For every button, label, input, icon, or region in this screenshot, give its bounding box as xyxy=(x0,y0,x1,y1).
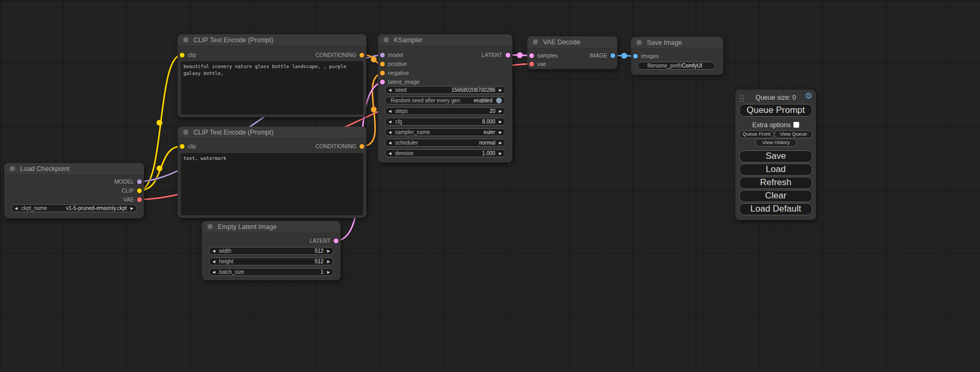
clear-button[interactable]: Clear xyxy=(739,190,812,202)
collapse-dot[interactable] xyxy=(207,224,213,230)
sampler-name-widget[interactable]: ◀ sampler_name euler ▶ xyxy=(385,128,506,136)
decrement-arrow-icon[interactable]: ◀ xyxy=(212,257,215,265)
widget-label: denoise xyxy=(395,150,482,156)
samples-input-port[interactable] xyxy=(529,53,534,58)
decrement-arrow-icon[interactable]: ◀ xyxy=(389,107,391,115)
node-ksampler[interactable]: KSampler model LATENT positive negative … xyxy=(378,34,512,163)
node-title: KSampler xyxy=(394,36,423,44)
model-input-port[interactable] xyxy=(380,53,385,58)
positive-input-port[interactable] xyxy=(380,62,385,66)
random-seed-toggle-widget[interactable]: Random seed after every gen enabled xyxy=(385,97,506,104)
denoise-widget[interactable]: ◀ denoise 1.000 ▶ xyxy=(385,149,506,157)
ckpt-name-widget[interactable]: ◀ ckpt_name v1-5-pruned-emaonly.ckpt ▶ xyxy=(11,204,137,212)
input-label: latent_image xyxy=(388,78,420,85)
increment-arrow-icon[interactable]: ▶ xyxy=(327,257,330,265)
collapse-dot[interactable] xyxy=(532,39,538,45)
images-input-port[interactable] xyxy=(633,54,638,59)
decrement-arrow-icon[interactable]: ◀ xyxy=(389,139,391,147)
node-vae-decode[interactable]: VAE Decode samples IMAGE vae xyxy=(527,36,617,69)
load-default-button[interactable]: Load Default xyxy=(739,203,812,215)
save-button[interactable]: Save xyxy=(739,150,812,163)
link-dot xyxy=(371,56,377,62)
decrement-arrow-icon[interactable]: ◀ xyxy=(389,86,391,94)
collapse-dot[interactable] xyxy=(9,166,15,171)
positive-prompt-textarea[interactable]: beautiful scenery nature glass bottle la… xyxy=(181,61,363,115)
decrement-arrow-icon[interactable]: ◀ xyxy=(212,247,215,255)
output-label: LATENT xyxy=(482,51,502,59)
vae-output-port[interactable] xyxy=(137,197,142,202)
link-dot xyxy=(157,166,162,171)
collapse-dot[interactable] xyxy=(183,37,189,43)
model-output-port[interactable] xyxy=(137,179,142,184)
node-title: Load Checkpoint xyxy=(20,165,70,173)
increment-arrow-icon[interactable]: ▶ xyxy=(327,268,330,276)
width-widget[interactable]: ◀ width 512 ▶ xyxy=(209,247,334,255)
queue-panel[interactable]: Queue size: 0 ⚙ Queue Prompt Extra optio… xyxy=(735,90,816,220)
decrement-arrow-icon[interactable]: ◀ xyxy=(15,204,17,212)
latent-output-port[interactable] xyxy=(506,53,510,58)
collapse-dot[interactable] xyxy=(183,129,189,135)
increment-arrow-icon[interactable]: ▶ xyxy=(327,247,330,255)
widget-value: 512 xyxy=(315,259,324,264)
clip-input-port[interactable] xyxy=(180,53,185,58)
widget-value: 512 xyxy=(315,248,324,254)
widget-label: seed xyxy=(395,87,451,93)
batch-size-widget[interactable]: ◀ batch_size 1 ▶ xyxy=(209,268,334,276)
widget-value: 8.000 xyxy=(482,119,496,125)
increment-arrow-icon[interactable]: ▶ xyxy=(499,149,502,157)
scheduler-widget[interactable]: ◀ scheduler normal ▶ xyxy=(385,139,506,147)
node-clip-text-encode-positive[interactable]: CLIP Text Encode (Prompt) clip CONDITION… xyxy=(178,34,366,117)
view-history-button[interactable]: View History xyxy=(755,139,797,147)
increment-arrow-icon[interactable]: ▶ xyxy=(499,86,502,94)
vae-input-port[interactable] xyxy=(529,62,534,66)
increment-arrow-icon[interactable]: ▶ xyxy=(499,128,502,136)
widget-label: width xyxy=(219,248,315,254)
input-label: negative xyxy=(388,69,409,77)
conditioning-output-port[interactable] xyxy=(360,53,364,58)
extra-options-checkbox[interactable] xyxy=(793,122,799,128)
decrement-arrow-icon[interactable]: ◀ xyxy=(389,149,391,157)
increment-arrow-icon[interactable]: ▶ xyxy=(499,107,502,115)
node-load-checkpoint[interactable]: Load Checkpoint MODEL CLIP VAE ◀ ckpt_na… xyxy=(4,163,144,218)
output-label: LATENT xyxy=(310,237,331,244)
negative-prompt-textarea[interactable]: text, watermark xyxy=(181,153,363,215)
widget-label: sampler_name xyxy=(395,129,483,135)
refresh-button[interactable]: Refresh xyxy=(739,177,812,189)
latent-image-input-port[interactable] xyxy=(380,80,385,84)
increment-arrow-icon[interactable]: ▶ xyxy=(499,139,502,147)
decrement-arrow-icon[interactable]: ◀ xyxy=(389,128,391,136)
clip-output-port[interactable] xyxy=(137,188,142,193)
node-graph-canvas[interactable]: Load Checkpoint MODEL CLIP VAE ◀ ckpt_na… xyxy=(0,0,980,372)
node-save-image[interactable]: Save Image images filename_prefix ComfyU… xyxy=(631,37,723,75)
decrement-arrow-icon[interactable]: ◀ xyxy=(389,118,391,126)
latent-output-port[interactable] xyxy=(334,239,338,243)
node-clip-text-encode-negative[interactable]: CLIP Text Encode (Prompt) clip CONDITION… xyxy=(178,127,366,218)
settings-gear-icon[interactable]: ⚙ xyxy=(805,91,812,101)
steps-widget[interactable]: ◀ steps 20 ▶ xyxy=(385,107,506,115)
widget-value: 1 xyxy=(321,269,324,275)
image-output-port[interactable] xyxy=(610,53,615,58)
increment-arrow-icon[interactable]: ▶ xyxy=(499,118,502,126)
node-title: Empty Latent Image xyxy=(218,223,277,231)
queue-prompt-button[interactable]: Queue Prompt xyxy=(739,104,812,117)
height-widget[interactable]: ◀ height 512 ▶ xyxy=(209,257,334,265)
load-button[interactable]: Load xyxy=(739,164,812,176)
toggle-circle-icon[interactable] xyxy=(496,98,502,103)
node-title: CLIP Text Encode (Prompt) xyxy=(193,129,274,136)
link-dot xyxy=(157,120,162,126)
collapse-dot[interactable] xyxy=(636,40,642,45)
node-empty-latent-image[interactable]: Empty Latent Image LATENT ◀ width 512 ▶ … xyxy=(202,221,341,280)
negative-input-port[interactable] xyxy=(380,71,385,75)
view-queue-button[interactable]: View Queue xyxy=(774,130,812,138)
widget-label: scheduler xyxy=(395,140,479,146)
cfg-widget[interactable]: ◀ cfg 8.000 ▶ xyxy=(385,118,506,126)
output-label: IMAGE xyxy=(589,52,607,59)
clip-input-port[interactable] xyxy=(180,144,185,149)
increment-arrow-icon[interactable]: ▶ xyxy=(131,204,133,212)
queue-front-button[interactable]: Queue Front xyxy=(739,130,774,138)
filename-prefix-widget[interactable]: filename_prefix ComfyUI xyxy=(637,62,715,70)
conditioning-output-port[interactable] xyxy=(360,144,364,149)
seed-widget[interactable]: ◀ seed 156680208700286 ▶ xyxy=(385,86,506,94)
collapse-dot[interactable] xyxy=(383,37,389,43)
decrement-arrow-icon[interactable]: ◀ xyxy=(212,268,215,276)
